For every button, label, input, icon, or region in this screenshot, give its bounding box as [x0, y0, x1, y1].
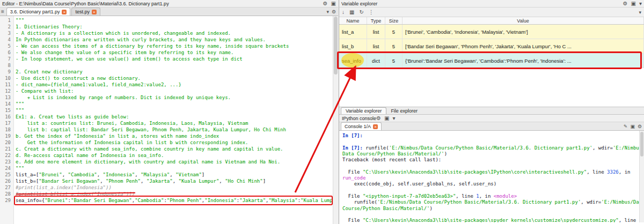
- right-panel: Variable explorer ⚙ ▣ ▾ ↓ ▦ ↻ ⋮ ▾ Name T…: [339, 0, 644, 224]
- code-line: list b: captial list: Bandar Seri Begawa…: [16, 126, 333, 133]
- options-icon[interactable]: ▾: [392, 116, 395, 121]
- column-header-value[interactable]: Value: [402, 17, 644, 24]
- tab-variable-explorer[interactable]: Variable explorer: [341, 107, 386, 114]
- code-line: [342, 163, 638, 169]
- code-line: File "C:\Users\kevin\Anaconda3\lib\site-…: [342, 169, 638, 175]
- code-line: c. Creat a dictionary with named sea_inf…: [16, 146, 333, 152]
- gear-icon[interactable]: ⚙: [323, 1, 328, 6]
- code-line: Course/Python Basic/Material/'): [342, 206, 638, 212]
- editor-code[interactable]: """1. Dictionaries Theory:- A dictionary…: [14, 16, 333, 224]
- cell-type[interactable]: list: [367, 25, 385, 39]
- code-line: #print(list_b[list_a.index("Indonesia")]…: [16, 191, 333, 197]
- code-line: """: [16, 101, 333, 107]
- gear-icon[interactable]: ⚙: [623, 1, 628, 6]
- close-icon[interactable]: ×: [373, 124, 378, 129]
- code-line: list_a=["Brunei", "Cambodia", "Indonesia…: [16, 171, 333, 178]
- chevron-down-icon[interactable]: ▾: [326, 9, 329, 14]
- variable-row-sea_info[interactable]: sea_infodict5{'Brunei':'Bandar Seri Bega…: [339, 54, 644, 68]
- close-icon[interactable]: ×: [62, 10, 67, 14]
- tab-console-1a[interactable]: Console 1/A ×: [341, 122, 382, 130]
- code-line: run_code: [342, 175, 638, 181]
- line-number: 2: [0, 24, 11, 30]
- code-line: - We also change the value of a specific…: [16, 49, 333, 56]
- cell-type[interactable]: dict: [367, 54, 385, 68]
- cell-value[interactable]: ['Brunei', 'Cambodia', 'Indonesia', 'Mal…: [402, 25, 644, 39]
- code-line: [342, 139, 638, 145]
- line-number: 24: [0, 165, 11, 171]
- code-line: e. Add one more element in dictionary, w…: [16, 159, 333, 165]
- refresh-icon[interactable]: ↻: [359, 10, 363, 15]
- line-number: 7: [0, 56, 11, 62]
- code-line: """: [16, 107, 333, 114]
- cell-value[interactable]: ['Bandar Seri Begawan', 'Phnom Penh', 'J…: [402, 39, 644, 53]
- browse-tabs-icon[interactable]: ≡: [1, 9, 4, 14]
- gear-icon[interactable]: ⚙: [376, 116, 381, 121]
- code-line: list_b=["Bandar Seri Begawan", "Phnom Pe…: [16, 178, 333, 184]
- code-line: list a: countries list: Brunei, Cambodia…: [16, 120, 333, 126]
- code-line: [342, 188, 638, 193]
- pane-icon[interactable]: ▣: [331, 1, 336, 6]
- pane-icon[interactable]: ▣: [631, 1, 636, 6]
- code-line: - A dictionary is a collection which is …: [16, 30, 333, 36]
- tab-label: 3.6. Dictionary part1.py: [10, 9, 60, 14]
- cell-name[interactable]: list_b: [339, 39, 367, 53]
- code-line: - We can access the items of a dictionar…: [16, 43, 333, 49]
- console-scrollbar[interactable]: [639, 131, 644, 222]
- scrollbar-thumb[interactable]: [334, 17, 338, 74]
- more-icon[interactable]: ⋮: [369, 10, 374, 15]
- cell-size[interactable]: 5: [385, 39, 402, 53]
- code-line: - Use dict() to construct a new dictiona…: [16, 75, 333, 81]
- code-line: exec(code_obj, self.user_global_ns, self…: [342, 181, 638, 187]
- code-line: 2. Creat new dictionary: [16, 69, 333, 75]
- console-output: In [7]: In [7]: runfile('E:/Nimbus/Data …: [342, 133, 638, 222]
- column-header-type[interactable]: Type: [367, 17, 385, 24]
- variable-explorer-titlebar: Variable explorer ⚙ ▣ ▾: [339, 0, 644, 8]
- console-body[interactable]: In [7]: In [7]: runfile('E:/Nimbus/Data …: [339, 131, 644, 222]
- options-icon[interactable]: ▾: [639, 10, 641, 15]
- cell-name[interactable]: sea_info: [339, 54, 367, 68]
- variable-row-list_b[interactable]: list_blist5['Bandar Seri Begawan', 'Phno…: [339, 39, 644, 54]
- line-number: 19: [0, 133, 11, 139]
- code-line: [16, 62, 333, 69]
- code-line: """: [16, 165, 333, 171]
- console-tabbar: Console 1/A × ✎ ▣ ⚙: [339, 122, 644, 131]
- line-number: 26: [0, 178, 11, 184]
- close-icon[interactable]: ×: [92, 10, 97, 14]
- save-data-icon[interactable]: ▦: [349, 10, 354, 15]
- gear-icon[interactable]: ⚙: [638, 124, 642, 129]
- line-number: 16: [0, 114, 11, 120]
- line-number: 20: [0, 139, 11, 146]
- editor-scrollbar[interactable]: [333, 16, 338, 224]
- line-number: 5: [0, 43, 11, 49]
- line-number: 6: [0, 49, 11, 56]
- pane-icon[interactable]: ▣: [630, 124, 635, 129]
- options-icon[interactable]: ▾: [639, 1, 642, 6]
- cell-value[interactable]: {'Brunei':'Bandar Seri Begawan', 'Cambod…: [402, 54, 644, 68]
- column-header-name[interactable]: Name: [339, 17, 367, 24]
- cell-type[interactable]: list: [367, 39, 385, 53]
- tab-dictionary-part1[interactable]: 3.6. Dictionary part1.py ×: [6, 8, 71, 16]
- editor-body: 1234567891011121314151617181920212223242…: [0, 16, 338, 224]
- pane-icon[interactable]: ▣: [384, 116, 389, 121]
- tab-test-py[interactable]: test.py ×: [71, 8, 100, 16]
- tab-file-explorer[interactable]: File explorer: [386, 108, 422, 114]
- ipython-console-title: IPython console: [342, 116, 376, 121]
- column-header-size[interactable]: Size: [385, 17, 402, 24]
- line-number: 13: [0, 94, 11, 101]
- code-line: In Python dictionaries are written with …: [16, 36, 333, 43]
- gear-icon[interactable]: ⚙: [332, 9, 336, 14]
- cell-size[interactable]: 5: [385, 54, 402, 68]
- import-data-icon[interactable]: ↓: [342, 10, 345, 15]
- cell-size[interactable]: 5: [385, 25, 402, 39]
- pencil-icon[interactable]: ✎: [624, 124, 628, 129]
- editor-tabbar: ≡ 3.6. Dictionary part1.py × test.py × ▾…: [0, 8, 338, 16]
- ipython-console-titlebar: IPython console ⚙ ▣ ▾: [339, 115, 644, 122]
- line-number: 17: [0, 120, 11, 126]
- code-line: In [7]: runfile('E:/Nimbus/Data Course/P…: [342, 145, 638, 151]
- scrollbar-thumb[interactable]: [640, 132, 643, 156]
- line-number: 11: [0, 81, 11, 88]
- code-line: sea_info={"Brunei":"Bandar Seri Begawan"…: [16, 197, 333, 204]
- variable-row-list_a[interactable]: list_alist5['Brunei', 'Cambodia', 'Indon…: [339, 25, 644, 39]
- cell-name[interactable]: list_a: [339, 25, 367, 39]
- line-number: 15: [0, 107, 11, 114]
